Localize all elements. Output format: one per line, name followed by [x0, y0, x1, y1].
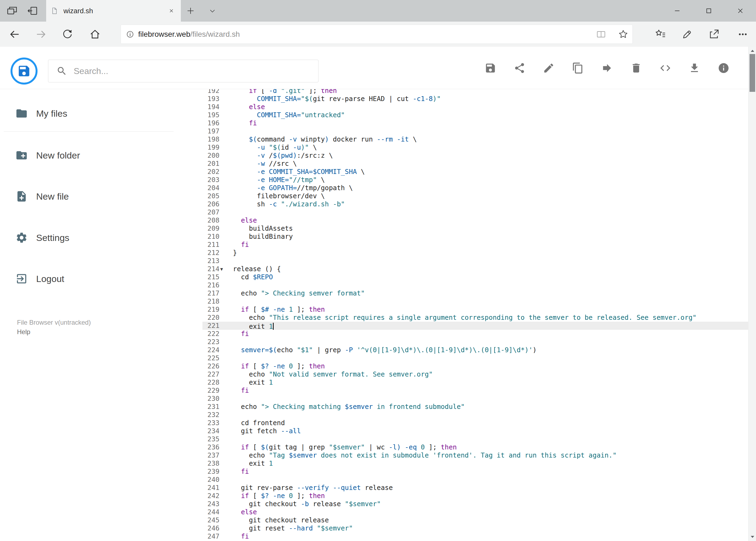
fold-marker-icon[interactable]: ▾ — [220, 265, 223, 273]
code-line-206[interactable]: 206 sh -c "./wizard.sh -b" — [202, 200, 748, 208]
delete-button[interactable] — [630, 62, 642, 74]
sidebar-item-new-file[interactable]: New file — [0, 183, 202, 210]
code-line-240[interactable]: 240 — [202, 476, 748, 484]
code-line-242[interactable]: 242 if [ $? -ne 0 ]; then — [202, 492, 748, 500]
set-tabs-aside-icon[interactable] — [26, 0, 38, 22]
tabs-set-aside-list-icon[interactable] — [6, 0, 18, 22]
browser-tab[interactable]: wizard.sh — [46, 0, 181, 22]
code-line-237[interactable]: 237 echo "Tag $semver does not exist in … — [202, 451, 748, 459]
code-line-210[interactable]: 210 buildBinary — [202, 233, 748, 241]
scroll-down-icon[interactable] — [748, 533, 756, 541]
code-line-231[interactable]: 231 echo "> Checking matching $semver in… — [202, 403, 748, 411]
download-button[interactable] — [688, 62, 700, 74]
code-line-203[interactable]: 203 -e HOME="//tmp" \ — [202, 176, 748, 184]
code-line-192[interactable]: 192 if [ -d ".git" ]; then — [202, 89, 748, 95]
code-line-225[interactable]: 225 — [202, 354, 748, 362]
reading-view-icon[interactable] — [595, 25, 607, 44]
code-line-208[interactable]: 208 else — [202, 216, 748, 225]
url-text[interactable]: filebrowser.web/files/wizard.sh — [138, 30, 240, 39]
code-line-194[interactable]: 194 else — [202, 103, 748, 111]
search-box[interactable] — [48, 60, 319, 82]
help-link[interactable]: Help — [17, 327, 91, 336]
code-line-200[interactable]: 200 -v /$(pwd):/src:z \ — [202, 152, 748, 160]
code-line-209[interactable]: 209 buildAssets — [202, 225, 748, 233]
code-line-215[interactable]: 215 cd $REPO — [202, 273, 748, 281]
share-button[interactable] — [706, 22, 721, 47]
scroll-up-icon[interactable] — [748, 47, 756, 55]
share-file-button[interactable] — [514, 62, 526, 74]
sidebar-item-logout[interactable]: Logout — [0, 265, 202, 292]
code-line-220[interactable]: 220 echo "This release script requires a… — [202, 313, 748, 322]
site-info-icon[interactable] — [125, 29, 135, 39]
code-line-230[interactable]: 230 — [202, 395, 748, 403]
code-line-193[interactable]: 193 COMMIT_SHA="$(git rev-parse HEAD | c… — [202, 95, 748, 103]
code-line-199[interactable]: 199 -u "$(id -u)" \ — [202, 144, 748, 152]
tab-preview-chevron-icon[interactable] — [208, 0, 217, 22]
maximize-button[interactable] — [693, 0, 724, 22]
code-line-241[interactable]: 241 git rev-parse --verify --quiet relea… — [202, 484, 748, 492]
home-button[interactable] — [87, 22, 103, 47]
page-scrollbar[interactable] — [748, 47, 756, 541]
code-line-202[interactable]: 202 -e COMMIT_SHA=$COMMIT_SHA \ — [202, 168, 748, 176]
code-line-213[interactable]: 213 — [202, 257, 748, 265]
sidebar-item-new-folder[interactable]: New folder — [0, 142, 202, 169]
code-line-243[interactable]: 243 git checkout -b release "$semver" — [202, 500, 748, 508]
code-line-207[interactable]: 207 — [202, 208, 748, 216]
code-line-244[interactable]: 244 else — [202, 508, 748, 516]
sidebar-item-my-files[interactable]: My files — [0, 100, 202, 127]
sidebar-item-settings[interactable]: Settings — [0, 224, 202, 251]
save-button[interactable] — [484, 62, 496, 74]
code-line-201[interactable]: 201 -w //src \ — [202, 160, 748, 168]
code-line-229[interactable]: 229 fi — [202, 386, 748, 395]
more-options-button[interactable] — [735, 22, 750, 47]
back-button[interactable] — [6, 22, 23, 47]
edit-button[interactable] — [543, 62, 555, 74]
info-button[interactable] — [718, 62, 730, 74]
close-button[interactable] — [724, 0, 756, 22]
code-line-223[interactable]: 223 — [202, 338, 748, 346]
move-button[interactable] — [601, 62, 613, 74]
code-line-218[interactable]: 218 — [202, 297, 748, 305]
code-line-235[interactable]: 235 — [202, 435, 748, 443]
code-line-205[interactable]: 205 filebrowser/dev \ — [202, 192, 748, 200]
code-line-195[interactable]: 195 COMMIT_SHA="untracked" — [202, 111, 748, 119]
code-line-226[interactable]: 226 if [ $? -ne 0 ]; then — [202, 362, 748, 370]
code-line-233[interactable]: 233 cd frontend — [202, 419, 748, 427]
web-notes-pen-button[interactable] — [680, 22, 695, 47]
refresh-button[interactable] — [59, 22, 76, 47]
code-line-197[interactable]: 197 — [202, 127, 748, 135]
code-line-246[interactable]: 246 git reset --hard "$semver" — [202, 524, 748, 532]
code-line-239[interactable]: 239 fi — [202, 467, 748, 476]
code-line-196[interactable]: 196 fi — [202, 119, 748, 127]
code-line-214[interactable]: 214▾release () { — [202, 265, 748, 273]
code-line-221[interactable]: 221 exit 1 — [202, 322, 748, 330]
tab-close-icon[interactable] — [168, 7, 175, 14]
copy-button[interactable] — [572, 62, 584, 74]
scrollbar-thumb[interactable] — [750, 54, 755, 92]
code-line-247[interactable]: 247 fi — [202, 532, 748, 540]
code-line-227[interactable]: 227 echo "Not valid semver format. See s… — [202, 370, 748, 378]
code-line-212[interactable]: 212} — [202, 249, 748, 257]
code-line-234[interactable]: 234 git fetch --all — [202, 427, 748, 435]
code-line-224[interactable]: 224 semver=$(echo "$1" | grep -P '^v(0|[… — [202, 346, 748, 354]
minimize-button[interactable] — [661, 0, 693, 22]
filebrowser-logo[interactable] — [11, 58, 38, 85]
code-line-217[interactable]: 217 echo "> Checking semver format" — [202, 289, 748, 297]
code-view-button[interactable] — [659, 62, 671, 74]
code-line-216[interactable]: 216 — [202, 281, 748, 289]
code-line-204[interactable]: 204 -e GOPATH=//tmp/gopath \ — [202, 184, 748, 192]
forward-button[interactable] — [33, 22, 49, 47]
code-line-222[interactable]: 222 fi — [202, 330, 748, 338]
code-line-232[interactable]: 232 — [202, 411, 748, 419]
address-bar[interactable]: filebrowser.web/files/wizard.sh — [121, 25, 632, 44]
new-tab-button[interactable] — [186, 0, 195, 22]
code-editor[interactable]: 192 if [ -d ".git" ]; then193 COMMIT_SHA… — [202, 89, 748, 541]
search-input[interactable] — [74, 66, 318, 76]
hub-favorites-button[interactable] — [653, 22, 668, 47]
favorite-star-icon[interactable] — [617, 25, 629, 44]
code-line-219[interactable]: 219 if [ $# -ne 1 ]; then — [202, 305, 748, 313]
code-line-245[interactable]: 245 git checkout release — [202, 516, 748, 524]
code-line-236[interactable]: 236 if [ $(git tag | grep "$semver" | wc… — [202, 443, 748, 451]
code-line-211[interactable]: 211 fi — [202, 241, 748, 249]
code-line-198[interactable]: 198 $(command -v winpty) docker run --rm… — [202, 135, 748, 144]
